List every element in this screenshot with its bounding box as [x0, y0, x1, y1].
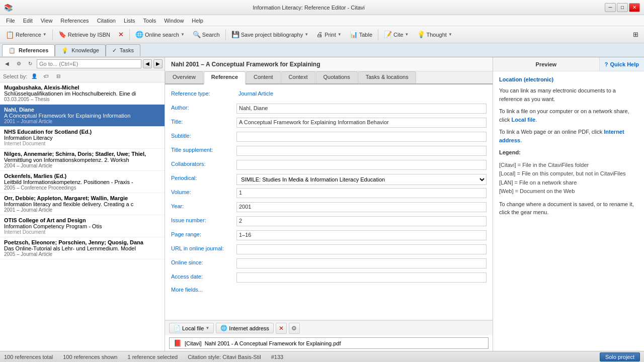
quick-help-tab[interactable]: ? Quick Help: [600, 57, 644, 71]
list-item[interactable]: Orr, Debbie; Appleton, Margaret; Wallin,…: [0, 193, 165, 215]
list-item[interactable]: NHS Education for Scotland (Ed.) Informa…: [0, 127, 165, 149]
title-supplement-value[interactable]: [236, 146, 487, 156]
list-item[interactable]: Mugabushaka, Alexis-Michel Schlüsselqual…: [0, 82, 165, 105]
tab-reference[interactable]: Reference: [204, 71, 246, 84]
subtitle-value[interactable]: [236, 132, 487, 142]
reftype-value[interactable]: Journal Article: [236, 89, 487, 100]
collaborators-value[interactable]: [236, 160, 487, 170]
back-button[interactable]: ◀: [2, 59, 12, 68]
list-item[interactable]: OTIS College of Art and Design Informati…: [0, 215, 165, 237]
internet-address-link[interactable]: Internet address: [499, 129, 624, 143]
table-button[interactable]: 📊 Table: [346, 29, 376, 40]
tab-tasks[interactable]: ✓ Tasks: [106, 44, 140, 56]
form-row-title-supplement: Title supplement:: [171, 146, 487, 157]
menu-file[interactable]: File: [2, 17, 19, 25]
right-para-2: To link a file on your computer or on a …: [499, 107, 638, 124]
access-date-value[interactable]: [236, 273, 487, 283]
online-since-value[interactable]: [236, 258, 487, 268]
menu-references[interactable]: References: [56, 17, 93, 25]
menu-edit[interactable]: Edit: [19, 17, 37, 25]
window-controls[interactable]: ─ □ ✕: [605, 3, 640, 12]
thought-icon: 💡: [417, 31, 425, 38]
online-search-button[interactable]: 🌐 Online search ▼: [132, 29, 188, 40]
right-panel-header: Preview ? Quick Help: [493, 57, 644, 71]
menu-citation[interactable]: Citation: [93, 17, 120, 25]
internet-address-button[interactable]: 🌐 Internet address: [216, 323, 274, 333]
nav-prev-button[interactable]: ◀: [143, 59, 152, 68]
volume-value[interactable]: 1: [236, 188, 487, 198]
reference-button[interactable]: 📋 Reference ▼: [2, 29, 50, 41]
periodical-select[interactable]: SIMILE: Studies In Media & Information L…: [236, 174, 487, 185]
url-value[interactable]: [236, 244, 487, 254]
title-value[interactable]: A Conceptual Framework for Explaining In…: [236, 118, 487, 128]
list-item[interactable]: Nilges, Annemarie; Schirra, Doris; Stadl…: [0, 149, 165, 171]
title-supplement-label: Title supplement:: [171, 146, 236, 153]
pdf-icon: 📕: [174, 339, 182, 347]
thought-button[interactable]: 💡 Thought ▼: [414, 29, 456, 40]
menu-help[interactable]: Help: [188, 17, 207, 25]
tab-knowledge[interactable]: 💡 Knowledge: [55, 44, 105, 56]
select-by-label: Select by:: [3, 73, 27, 79]
local-file-link[interactable]: Local file: [511, 117, 535, 123]
form-row-subtitle: Subtitle:: [171, 132, 487, 143]
tab-context[interactable]: Context: [281, 71, 315, 83]
tab-overview[interactable]: Overview: [165, 71, 203, 83]
attached-file[interactable]: 📕 [Citavi] Nahl 2001 - A Conceptual Fram…: [169, 337, 489, 349]
menu-bar: File Edit View References Citation Lists…: [0, 15, 644, 26]
form-row-author: Author: Nahl, Diane: [171, 104, 487, 115]
reference-icon: 📋: [6, 31, 14, 39]
issue-value[interactable]: 2: [236, 216, 487, 226]
author-value[interactable]: Nahl, Diane: [236, 104, 487, 114]
tab-tasks-locations[interactable]: Tasks & locations: [358, 71, 416, 83]
year-value[interactable]: 2001: [236, 202, 487, 212]
select-tag-button[interactable]: 🏷: [41, 72, 51, 81]
tab-quotations[interactable]: Quotations: [316, 71, 358, 83]
volume-label: Volume:: [171, 188, 236, 195]
menu-lists[interactable]: Lists: [120, 17, 139, 25]
goto-input[interactable]: [37, 59, 141, 68]
preview-tab[interactable]: Preview: [493, 57, 600, 71]
right-para-3: To link a Web page or an online PDF, cli…: [499, 128, 638, 144]
close-button[interactable]: ✕: [629, 3, 640, 12]
refresh-button[interactable]: ↻: [25, 59, 35, 68]
more-fields-link[interactable]: More fields...: [171, 287, 487, 293]
menu-view[interactable]: View: [37, 17, 57, 25]
list-item[interactable]: Poetzsch, Eleonore; Porschien, Jenny; Qu…: [0, 237, 165, 259]
maximize-button[interactable]: □: [617, 3, 628, 12]
file-settings-button[interactable]: ⚙: [289, 323, 300, 334]
save-dropdown-arrow: ▼: [304, 32, 308, 37]
right-legend: [Citavi] = File in the CitaviFiles folde…: [499, 161, 638, 196]
page-range-value[interactable]: 1–16: [236, 230, 487, 240]
filter-button[interactable]: ⊟: [53, 72, 63, 81]
local-file-button[interactable]: 📄 Local file ▼: [169, 323, 214, 333]
legend-web: [Web] = Document on the Web: [499, 187, 638, 196]
file-delete-button[interactable]: ✕: [276, 323, 287, 334]
minimize-button[interactable]: ─: [605, 3, 616, 12]
tab-references[interactable]: 📋 References: [2, 44, 55, 56]
file-bar: 📄 Local file ▼ 🌐 Internet address ✕ ⚙: [165, 320, 493, 335]
delete-button[interactable]: ✕: [115, 29, 127, 40]
cite-button[interactable]: 📝 Cite ▼: [380, 29, 412, 40]
right-legend-label: Legend:: [499, 148, 638, 157]
retrieve-isbn-button[interactable]: 🔖 Retrieve by ISBN: [55, 29, 114, 40]
select-person-button[interactable]: 👤: [29, 72, 39, 81]
globe-icon: 🌐: [135, 31, 143, 38]
form-row-volume: Volume: 1: [171, 188, 487, 199]
save-bibliography-button[interactable]: 💾 Save project bibliography ▼: [228, 29, 312, 40]
search-button[interactable]: 🔍 Search: [189, 29, 223, 40]
layout-button[interactable]: ⊞: [629, 29, 642, 40]
list-item[interactable]: Ockenfels, Marlies (Ed.) Leitbild Inform…: [0, 171, 165, 193]
settings-button[interactable]: ⚙: [14, 59, 24, 68]
solo-project-button[interactable]: Solo project: [600, 352, 640, 361]
toolbar: 📋 Reference ▼ 🔖 Retrieve by ISBN ✕ 🌐 Onl…: [0, 26, 644, 43]
toolbar-sep-3: [225, 29, 226, 40]
references-icon: 📋: [9, 47, 16, 54]
legend-citavi: [Citavi] = File in the CitaviFiles folde…: [499, 161, 638, 170]
menu-tools[interactable]: Tools: [139, 17, 160, 25]
print-button[interactable]: 🖨 Print ▼: [313, 29, 345, 40]
menu-window[interactable]: Window: [160, 17, 188, 25]
app-icon: 📚: [4, 4, 13, 12]
tab-content[interactable]: Content: [246, 71, 281, 83]
list-item-selected[interactable]: Nahl, Diane A Conceptual Framework for E…: [0, 105, 165, 127]
nav-next-button[interactable]: ▶: [153, 59, 163, 68]
